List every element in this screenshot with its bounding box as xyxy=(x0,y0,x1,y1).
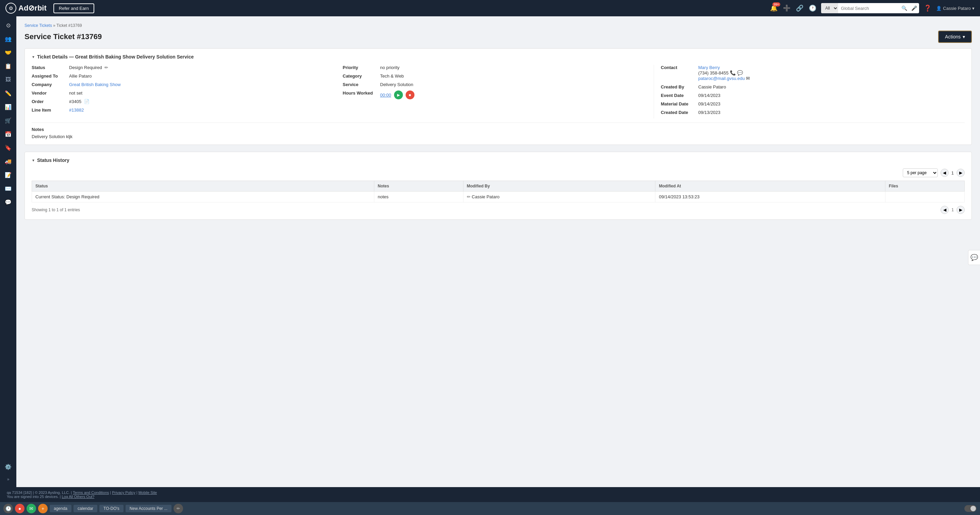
event-date-value: 09/14/2023 xyxy=(698,93,721,98)
status-history-collapse-icon[interactable]: ▼ xyxy=(32,159,35,162)
order-document-icon[interactable]: 📄 xyxy=(84,99,89,104)
link-button[interactable]: 🔗 xyxy=(795,3,805,13)
sidebar-item-reports[interactable]: 📊 xyxy=(2,101,14,113)
refer-earn-button[interactable]: Refer and Earn xyxy=(53,3,94,13)
edit-row-icon[interactable]: ✏ xyxy=(467,194,471,199)
line-item-value: #13882 xyxy=(69,108,84,113)
footer-qa-text: qa 71534 [182] xyxy=(7,491,32,494)
sidebar-item-email[interactable]: ✉️ xyxy=(2,182,14,195)
vendor-label: Vendor xyxy=(32,91,69,95)
hours-time-display[interactable]: 00:00 xyxy=(380,92,391,98)
created-by-value: Cassie Pataro xyxy=(698,84,726,89)
search-scope-select[interactable]: All xyxy=(821,3,838,13)
sidebar-item-delivery[interactable]: 🚚 xyxy=(2,155,14,167)
breadcrumb-separator: » xyxy=(53,23,56,28)
per-page-select[interactable]: 5 per page 10 per page 25 per page xyxy=(903,168,938,177)
vendor-row: Vendor not set xyxy=(32,91,337,95)
footer-log-out-others-link[interactable]: Log All Others Out? xyxy=(62,494,94,499)
breadcrumb-current: Ticket #13769 xyxy=(56,23,82,28)
footer: qa 71534 [182] | © 2023 Aysling, LLC. | … xyxy=(0,487,980,502)
taskbar-toggle[interactable] xyxy=(964,505,977,512)
app-name: Ad⊘rbit xyxy=(18,4,47,13)
service-label: Service xyxy=(343,82,380,87)
taskbar-tab-todo[interactable]: TO-DO's xyxy=(99,505,124,512)
order-value: #3405 📄 xyxy=(69,99,89,104)
prev-page-button[interactable]: ◀ xyxy=(940,169,949,177)
sidebar-item-people[interactable]: 👥 xyxy=(2,33,14,45)
sidebar-item-calendar[interactable]: 📅 xyxy=(2,128,14,140)
taskbar-edit-icon[interactable]: ✏ xyxy=(173,504,183,513)
phone-call-icon[interactable]: 📞 xyxy=(730,70,736,76)
add-button[interactable]: ➕ xyxy=(782,3,792,13)
row-status: Current Status: Design Required xyxy=(32,192,374,202)
created-by-row: Created By Cassie Pataro xyxy=(661,84,959,89)
company-link[interactable]: Great British Baking Show xyxy=(69,82,121,87)
footer-terms-link[interactable]: Terms and Conditions xyxy=(73,491,109,494)
ticket-left-details: Status Design Required ✏ Assigned To All… xyxy=(32,65,343,118)
user-menu[interactable]: 👤 Cassie Pataro ▾ xyxy=(936,6,975,11)
taskbar-tab-agenda[interactable]: agenda xyxy=(50,505,72,512)
status-label: Status xyxy=(32,65,69,70)
next-page-button[interactable]: ▶ xyxy=(956,169,965,177)
prev-page-bottom-button[interactable]: ◀ xyxy=(940,206,949,214)
taskbar-clock-icon[interactable]: 🕐 xyxy=(3,504,13,513)
next-page-bottom-button[interactable]: ▶ xyxy=(956,206,965,214)
taskbar-orange-icon[interactable]: + xyxy=(38,504,48,513)
taskbar-email-icon[interactable]: ✉ xyxy=(27,504,36,513)
app-logo[interactable]: ⊙ Ad⊘rbit xyxy=(5,3,47,14)
sidebar-item-orders[interactable]: ✏️ xyxy=(2,87,14,99)
hours-worked-label: Hours Worked xyxy=(343,91,380,95)
col-notes: Notes xyxy=(374,181,463,192)
line-item-link[interactable]: #13882 xyxy=(69,108,84,113)
actions-button[interactable]: Actions ▾ xyxy=(938,30,972,43)
footer-mobile-link[interactable]: Mobile Site xyxy=(138,491,157,494)
user-menu-chevron: ▾ xyxy=(972,6,975,11)
footer-privacy-link[interactable]: Privacy Policy xyxy=(112,491,135,494)
col-files: Files xyxy=(885,181,965,192)
contact-name-link[interactable]: Mary Berry xyxy=(698,65,720,70)
collapse-triangle-icon[interactable]: ▼ xyxy=(32,55,35,59)
breadcrumb-parent-link[interactable]: Service Tickets xyxy=(24,23,52,28)
sidebar-item-leads[interactable]: 📋 xyxy=(2,60,14,72)
ticket-details-title: Ticket Details — Great British Baking Sh… xyxy=(37,54,194,60)
category-label: Category xyxy=(343,73,380,79)
timer-stop-button[interactable]: ■ xyxy=(406,91,414,99)
page-title: Service Ticket #13769 xyxy=(24,32,102,41)
ticket-right-details: Contact Mary Berry (734) 358-8455 📞 💬 pa… xyxy=(654,65,965,118)
search-submit-button[interactable]: 🔍 xyxy=(899,5,909,11)
sidebar-item-settings[interactable]: ⚙️ xyxy=(2,461,14,473)
sidebar-expand-button[interactable]: » xyxy=(5,474,12,485)
side-chat-button[interactable]: 💬 xyxy=(968,250,980,265)
taskbar-red-icon[interactable]: ● xyxy=(15,504,24,513)
email-compose-icon[interactable]: ✉ xyxy=(746,76,750,81)
sidebar-item-chat[interactable]: 💬 xyxy=(2,196,14,208)
global-search-input[interactable] xyxy=(838,3,899,13)
created-date-label: Created Date xyxy=(661,110,698,115)
taskbar-tab-new-accounts[interactable]: New Accounts Per ... xyxy=(126,505,172,512)
sidebar-item-tags[interactable]: 🔖 xyxy=(2,141,14,154)
breadcrumb: Service Tickets » Ticket #13769 xyxy=(24,23,972,28)
status-history-table: Status Notes Modified By Modified At Fil… xyxy=(32,181,965,202)
notification-bell-button[interactable]: 🔔 99+ xyxy=(769,3,779,13)
user-name: Cassie Pataro xyxy=(943,6,971,11)
sidebar-item-documents[interactable]: 📝 xyxy=(2,169,14,181)
nav-icons: 🔔 99+ ➕ 🔗 🕐 xyxy=(769,3,818,13)
company-value: Great British Baking Show xyxy=(69,82,121,87)
history-button[interactable]: 🕐 xyxy=(808,3,818,13)
contact-email-link[interactable]: pataroc@mail.gvsu.edu xyxy=(698,76,745,81)
main-content: Service Tickets » Ticket #13769 Service … xyxy=(16,16,980,487)
help-button[interactable]: ❓ xyxy=(923,3,933,13)
taskbar-tab-calendar[interactable]: calendar xyxy=(73,505,97,512)
sidebar-item-media[interactable]: 🖼 xyxy=(2,73,14,86)
timer-play-button[interactable]: ▶ xyxy=(394,91,403,99)
sidebar-item-cart[interactable]: 🛒 xyxy=(2,114,14,127)
status-edit-icon[interactable]: ✏ xyxy=(105,65,108,70)
sidebar-item-handshake[interactable]: 🤝 xyxy=(2,46,14,59)
voice-search-button[interactable]: 🎤 xyxy=(909,5,919,11)
assigned-to-row: Assigned To Allie Pataro xyxy=(32,73,337,79)
assigned-to-value: Allie Pataro xyxy=(69,73,92,79)
sidebar-item-home[interactable]: ⊙ xyxy=(2,19,14,31)
row-files xyxy=(885,192,965,202)
message-icon[interactable]: 💬 xyxy=(737,70,743,76)
contact-details: Mary Berry (734) 358-8455 📞 💬 pataroc@ma… xyxy=(698,65,750,81)
